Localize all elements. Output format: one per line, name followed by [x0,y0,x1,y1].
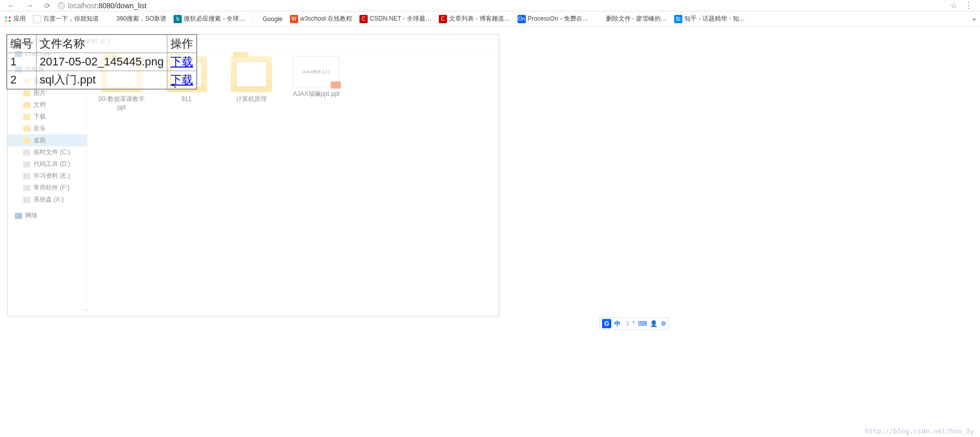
download-link[interactable]: 下载 [170,55,193,68]
bookmark-star-icon[interactable]: ☆ [950,1,957,10]
sidebar-label: 网络 [25,211,38,220]
table-header-row: 编号 文件名称 操作 [7,35,197,53]
sidebar-label: 音乐 [33,124,46,133]
drive-icon [23,149,30,156]
bookmark-csdn[interactable]: CCSDN.NET - 全球最… [359,14,432,23]
network-icon [15,213,22,219]
folder-icon [23,102,30,108]
watermark-text: http://blog.csdn.net/hon_3y [865,427,974,435]
download-link[interactable]: 下载 [170,73,193,86]
forward-button[interactable]: → [23,1,37,10]
cell-filename: sql入门.ppt [37,71,167,90]
apps-label: 应用 [13,14,26,23]
sidebar-drive-e[interactable]: 学习资料 (E:) [8,170,87,182]
cell-number: 1 [7,53,37,71]
url-path: :8080/down_list [96,2,146,10]
bookmark-google[interactable]: GGoogle [252,15,283,23]
apps-icon [4,15,11,23]
360-icon: ○ [106,15,114,23]
bookmark-360[interactable]: ○360搜索，SO靠谱 [106,14,166,23]
sidebar-label: 学习资料 (E:) [33,172,70,180]
file-label: 计算机原理 [227,95,276,104]
processon-icon: On [518,15,526,23]
sidebar-desktop[interactable]: 桌面 [8,135,87,146]
bookmark-label: 文章列表 - 博客频道… [449,14,510,23]
ime-keyboard-icon[interactable]: ⌨ [638,320,647,327]
bookmark-zhihu[interactable]: 知知乎 - 话题精华 - 知… [674,14,745,23]
bookmark-processon[interactable]: OnProcessOn - 免费在… [518,14,589,23]
drive-icon [23,161,30,167]
folder-icon [231,56,272,92]
bookmark-bing[interactable]: b微软必应搜索 - 全球… [174,14,245,23]
col-number: 编号 [7,35,37,53]
bookmark-label: 知乎 - 话题精华 - 知… [684,14,745,23]
folder-icon [23,90,30,96]
file-label: 911 [162,95,211,104]
bookmark-label: 删除文件 - 廖雪峰的… [606,14,667,23]
csdn-icon: C [439,15,447,23]
cell-number: 2 [7,71,37,90]
ime-moon-icon[interactable]: ☽ [624,320,629,327]
sidebar-label: 系统盘 (X:) [33,195,64,204]
back-button[interactable]: ← [4,1,19,10]
google-icon: G [252,15,261,23]
file-label: 00-数据库课教学ppt [97,95,146,111]
sidebar-drive-c[interactable]: 临时文件 (C:) [8,146,87,158]
bing-icon: b [174,15,182,23]
bookmark-label: 360搜索，SO靠谱 [116,14,166,23]
page-stage: day30_代码 › 视频 › 学习资料 (E:) ˄ OneDrive 此电脑… [0,27,980,437]
ime-punct-icon[interactable]: ° [632,320,635,327]
sidebar-label: 下载 [33,112,46,121]
sidebar-documents[interactable]: 文档 [8,99,87,111]
ime-person-icon[interactable]: 👤 [650,320,658,327]
file-item-ppt[interactable]: AJAX技术入门 AJAX瑞嘛ppt.ppt [291,56,341,98]
reload-button[interactable]: ⟳ [41,2,54,10]
bookmark-label: ProcessOn - 免费在… [528,14,589,23]
bookmark-csdn-blog[interactable]: C文章列表 - 博客频道… [439,14,510,23]
col-filename: 文件名称 [37,35,167,53]
sidebar-network[interactable]: 网络 [8,210,87,222]
sidebar-label: 图片 [33,89,46,97]
sidebar-drive-f[interactable]: 常用软件 (F:) [8,182,87,194]
bookmark-label: 微软必应搜索 - 全球… [184,14,245,23]
file-item-folder[interactable]: 计算机原理 [227,56,276,104]
w3-icon: W [290,15,298,23]
address-bar[interactable]: ⓘ localhost:8080/down_list [58,2,147,10]
browser-nav-bar: ← → ⟳ ⓘ localhost:8080/down_list ☆ ⋮ [0,0,980,11]
folder-icon [23,114,30,120]
ime-lang-toggle[interactable]: 中 [614,320,621,328]
sidebar-label: 文档 [33,100,46,109]
ppt-thumb-text: AJAX技术入门 [303,69,330,75]
browser-menu-icon[interactable]: ⋮ [961,1,976,10]
bookmark-baidu[interactable]: 百百度一下，你就知道 [33,14,99,23]
bookmark-w3school[interactable]: Ww3school 在线教程 [290,14,352,23]
sidebar-label: 代码工具 (D:) [33,160,70,169]
sidebar-music[interactable]: 音乐 [8,123,87,135]
bookmark-label: Google [263,15,283,23]
bookmark-liaoxuefeng[interactable]: ✈删除文件 - 廖雪峰的… [596,14,667,23]
ime-toolbar[interactable]: G 中 ☽ ° ⌨ 👤 ⚙ [599,317,669,330]
sidebar-label: 桌面 [33,136,46,145]
csdn-icon: C [359,15,368,23]
file-label: AJAX瑞嘛ppt.ppt [291,90,341,98]
ime-main-icon[interactable]: G [602,319,611,328]
drive-icon [23,185,30,191]
ppt-badge-icon [331,81,341,89]
site-info-icon[interactable]: ⓘ [58,2,65,9]
rocket-icon: ✈ [596,15,604,23]
sidebar-drive-d[interactable]: 代码工具 (D:) [8,158,87,170]
sidebar-drive-x[interactable]: 系统盘 (X:) [8,194,87,206]
zhihu-icon: 知 [674,15,682,23]
apps-button[interactable]: 应用 [4,14,26,23]
sidebar-label: 临时文件 (C:) [33,148,70,157]
chevron-down-icon[interactable]: ⌄ [84,306,88,312]
bookmarks-bar: 应用 百百度一下，你就知道 ○360搜索，SO靠谱 b微软必应搜索 - 全球… … [0,11,980,27]
bookmark-label: 百度一下，你就知道 [43,14,99,23]
url-host: localhost [68,2,96,10]
table-row: 2 sql入门.ppt 下载 [7,71,197,90]
ime-gear-icon[interactable]: ⚙ [661,320,666,327]
folder-icon [23,126,30,132]
drive-icon [23,197,30,203]
sidebar-downloads[interactable]: 下载 [8,111,87,123]
bookmark-overflow-icon[interactable]: » [972,15,976,23]
